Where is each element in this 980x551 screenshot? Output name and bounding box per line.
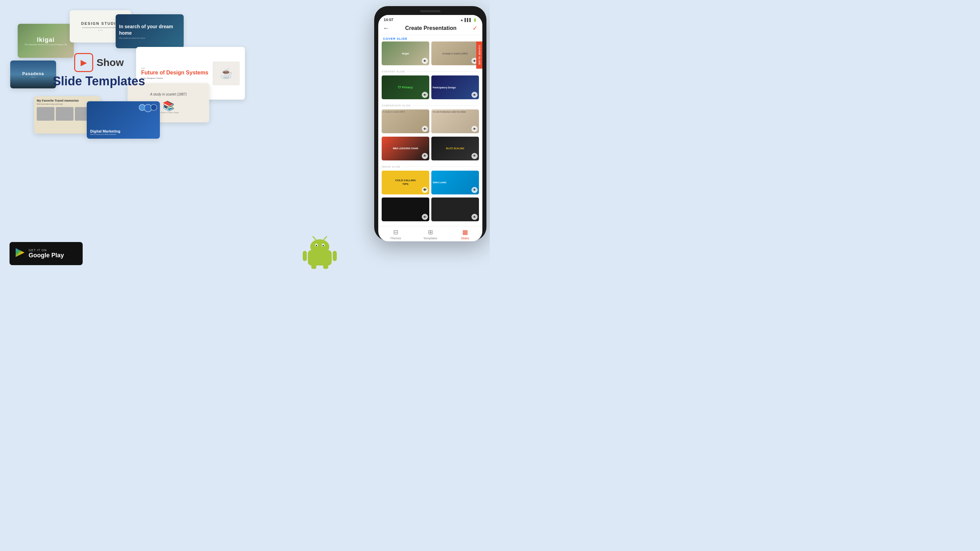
slide-thumb-art[interactable]: Art and Architecture under the Globe 👁 (431, 110, 479, 133)
eye-icon-privacy[interactable]: 👁 (422, 92, 428, 98)
slides-label: Slides (461, 237, 469, 240)
google-play-label: Google Play (29, 252, 64, 259)
slide-thumb-book[interactable]: A study in scarlet (1887) 👁 (431, 41, 479, 65)
google-play-icon (15, 248, 25, 260)
phone-header-title: Create Presentation (405, 25, 457, 31)
pasadena-title: Pasadena (22, 71, 44, 76)
future-title: Future of Design Systems (141, 69, 208, 76)
eye-icon-ikigai[interactable]: 👁 (422, 58, 428, 64)
check-button[interactable]: ✓ (473, 24, 477, 32)
slide-grid-container: Ikigai 👁 A study in scarlet (1887) 👁 CON… (378, 41, 482, 226)
show-label: Show (97, 57, 124, 68)
show-logo-section: ▶ Show Slide Templates (53, 53, 145, 88)
eye-icon-mba[interactable]: 👁 (422, 153, 428, 159)
svg-point-5 (316, 245, 317, 246)
scarlet-subtitle: By Arthur Conan Doyle (158, 111, 178, 114)
battery-icon: 🔋 (473, 18, 477, 22)
dream-home-card: In search of your dream home Why should … (116, 14, 184, 48)
slide-grid[interactable]: Ikigai 👁 A study in scarlet (1887) 👁 CON… (378, 41, 482, 226)
digital-title: Digital Marketing (90, 129, 156, 133)
google-play-badge[interactable]: GET IT ON Google Play (10, 242, 83, 265)
svg-line-7 (313, 237, 316, 240)
future-subtitle: Every Designer's Desire (141, 77, 208, 79)
travel-photo-2 (56, 107, 73, 121)
eye-icon-cold[interactable]: 👁 (422, 187, 428, 193)
pasadena-card: Pasadena Gallery (10, 60, 56, 88)
books-icon: 📚 (162, 100, 175, 111)
svg-rect-10 (332, 251, 337, 261)
nav-themes[interactable]: ⊟ Themes (378, 229, 413, 240)
design-studio-title: DESIGN STUDIO (81, 21, 120, 25)
svg-rect-9 (303, 251, 307, 261)
tagline: Slide Templates (53, 74, 145, 88)
mug-icon: ☕ (220, 67, 233, 79)
slides-icon: ▦ (462, 229, 468, 236)
comparison-slide-label: COMPARISON SLIDE (382, 103, 479, 108)
phone-header: ← Create Presentation ✓ (378, 23, 482, 35)
slide-thumb-ikigai[interactable]: Ikigai 👁 (382, 41, 429, 65)
slide-thumb-mba[interactable]: MBA LESSONS CHAM 👁 (382, 137, 429, 160)
dream-home-title: In search of your dream home (119, 24, 180, 36)
wifi-icon: ▲ (460, 18, 464, 22)
eye-icon-dark1[interactable]: 👁 (422, 214, 428, 220)
svg-point-2 (310, 239, 329, 254)
play-icon: ▶ (81, 58, 87, 67)
nav-templates[interactable]: ⊞ Templates (413, 229, 448, 240)
android-mascot (303, 235, 337, 275)
slide-thumb-scarlet[interactable]: A study in scarlet (1887) 👁 (382, 110, 429, 133)
dream-home-subtitle: Why should you dream for a home (119, 37, 180, 39)
ikigai-subtitle: The Japanese Secret to a Long and Happy … (24, 43, 67, 46)
cover-side-label: COVER SLIDE (476, 41, 482, 69)
phone-time: 14:07 (384, 17, 393, 22)
get-it-on-label: GET IT ON (29, 248, 64, 252)
pasadena-subtitle: Gallery (22, 76, 44, 78)
signal-icon: ▌▌▌ (465, 18, 472, 22)
svg-point-6 (323, 245, 324, 246)
slide-thumb-dark1[interactable]: 👁 (382, 197, 429, 221)
eye-icon-participatory[interactable]: 👁 (471, 92, 477, 98)
avatar-3 (150, 104, 157, 111)
slide-thumb-dark2[interactable]: 👁 (431, 197, 479, 221)
digital-subtitle: How to reach your ideal customers (90, 133, 156, 135)
themes-label: Themes (390, 237, 401, 240)
back-button[interactable]: ← (383, 25, 389, 32)
travel-photo-1 (37, 107, 54, 121)
svg-rect-11 (311, 264, 317, 269)
status-bar: 14:07 ▲ ▌▌▌ 🔋 (378, 15, 482, 23)
bottom-nav: ⊟ Themes ⊞ Templates ▦ Slides (378, 226, 482, 241)
phone-screen: 14:07 ▲ ▌▌▌ 🔋 ← Create Presentation ✓ CO… (378, 15, 482, 241)
phone-mockup: 14:07 ▲ ▌▌▌ 🔋 ← Create Presentation ✓ CO… (374, 6, 487, 241)
design-studio-divider (82, 27, 119, 28)
templates-icon: ⊞ (428, 229, 433, 236)
image-slide-label: IMAGE SLIDE (382, 164, 479, 168)
slide-thumb-sales[interactable]: Sales Leads 👁 (431, 171, 479, 194)
scarlet-title: A study in scarlet (1887) (150, 92, 186, 96)
show-icon: ▶ (74, 53, 93, 72)
ikigai-title: Ikigai (24, 37, 67, 43)
ikigai-card: Ikigai The Japanese Secret to a Long and… (18, 24, 74, 58)
status-icons: ▲ ▌▌▌ 🔋 (460, 18, 477, 22)
svg-rect-12 (323, 264, 328, 269)
digital-card: Digital Marketing How to reach your idea… (87, 101, 160, 139)
design-studio-flowers: ✦ ✦ ✦ (98, 29, 103, 31)
slide-thumb-cold[interactable]: COLD CALLINGTIPS 👁 (382, 171, 429, 194)
slide-thumb-privacy[interactable]: 🛡 Privacy 👁 (382, 75, 429, 99)
themes-icon: ⊟ (393, 229, 398, 236)
svg-marker-0 (16, 248, 24, 257)
svg-line-8 (324, 237, 326, 240)
eye-icon-dark2[interactable]: 👁 (471, 214, 477, 220)
slide-thumb-participatory[interactable]: Participatory Design 👁 (431, 75, 479, 99)
slide-thumb-blitz[interactable]: BLITZ SCALING 👁 (431, 137, 479, 160)
cover-slide-label: COVER SLIDE (378, 35, 482, 41)
eye-icon-blitz[interactable]: 👁 (471, 153, 477, 159)
nav-slides[interactable]: ▦ Slides (448, 229, 482, 240)
eye-icon-sales[interactable]: 👁 (471, 187, 477, 193)
content-slide-label: CONTENT SLIDE (382, 69, 479, 74)
templates-label: Templates (423, 237, 437, 240)
